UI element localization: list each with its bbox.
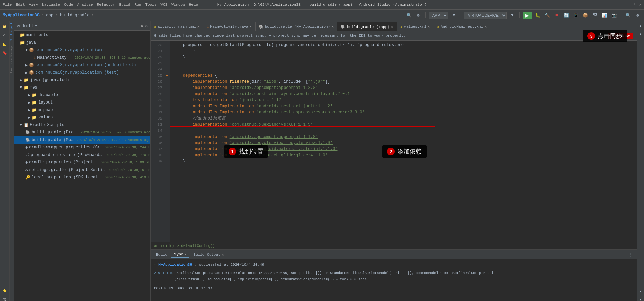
build-btn[interactable]: 🔨	[543, 12, 551, 19]
menu-analyze[interactable]: Analyze	[77, 3, 93, 7]
tree-item-settings-gradle[interactable]: ⚙ settings.gradle (Project Settings) 202…	[14, 166, 150, 174]
main-layout: 📁 🗂 📐 🔖 ⭐ 🏗 1: Project Resource Manager …	[0, 21, 644, 301]
structure-btn[interactable]: 🏗	[591, 12, 599, 19]
minimize-btn[interactable]: ─	[630, 2, 633, 7]
project-label[interactable]: 1: Project	[10, 21, 14, 42]
maximize-btn[interactable]: □	[635, 2, 637, 7]
menu-run[interactable]: Run	[134, 3, 141, 7]
tree-item-manifests[interactable]: 📁 manifests	[14, 31, 150, 39]
drawable-label: drawable	[38, 93, 150, 97]
tree-item-build-gradle-app[interactable]: 🐘 build.gradle (Module: app) 2020/10/4 2…	[14, 136, 150, 144]
tab-build-gradle-project[interactable]: 🐘 build.gradle (My Application) ✕	[256, 22, 337, 31]
menu-file[interactable]: File	[3, 3, 12, 7]
tab-androidmanifest-close[interactable]: ✕	[485, 25, 487, 29]
menu-code[interactable]: Code	[64, 3, 73, 7]
folder-icon: 📁	[24, 78, 29, 83]
tree-item-res[interactable]: ▼ 📁 res	[14, 84, 150, 91]
tab-mainactivity-close[interactable]: ✕	[250, 25, 252, 29]
tree-item-proguard[interactable]: 🛡 proguard-rules.pro (ProGuard Rules for…	[14, 151, 150, 159]
tab-values-close[interactable]: ✕	[428, 25, 430, 29]
right-btn-3[interactable]: ●	[637, 288, 644, 296]
tree-item-drawable[interactable]: ▶ 📁 drawable	[14, 91, 150, 99]
structure-icon[interactable]: 📐	[1, 40, 9, 48]
tab-build-gradle-app[interactable]: 🐘 build.gradle (:app) ✕	[337, 22, 397, 31]
app-name-link[interactable]: MyApplication38	[158, 263, 192, 267]
sdk-btn[interactable]: 📦	[582, 12, 589, 19]
tree-item-com-androidtest[interactable]: ▶ 📦 com.hnucm18jr.myapplication (android…	[14, 61, 150, 69]
tree-item-gradle-wrapper[interactable]: ⚙ gradle-wrapper.properties (Gradle Vers…	[14, 144, 150, 151]
close-panel-icon[interactable]: ✕	[145, 23, 148, 28]
settings-btn[interactable]: ⚙	[415, 12, 422, 19]
gradle-icon: 🐘	[259, 25, 264, 29]
bottom-tab-sync[interactable]: Sync ✕	[171, 251, 189, 258]
tab-activity-main[interactable]: ◈ activity_main.xml ✕	[151, 22, 203, 31]
app-config-select[interactable]: APP	[429, 12, 448, 19]
chevron-icon: ▼	[25, 48, 28, 52]
build-variants-icon[interactable]: 🏗	[1, 296, 9, 301]
device-select[interactable]: VIRTUAL DEVICE	[464, 12, 507, 19]
menu-build[interactable]: Build	[119, 3, 130, 7]
menu-vcs[interactable]: VCS	[160, 3, 167, 7]
tree-item-local-properties[interactable]: 🔑 local.properties (SDK Location) 2020/1…	[14, 174, 150, 181]
tab-build-gradle-app-close[interactable]: ✕	[391, 25, 393, 29]
tree-item-gradle-scripts[interactable]: ▼ 📋 Gradle Scripts	[14, 121, 150, 129]
menu-view[interactable]: View	[29, 3, 38, 7]
menu-refactor[interactable]: Refactor	[97, 3, 115, 7]
device-dropdown-btn[interactable]: ▼	[509, 12, 516, 19]
tab-mainactivity[interactable]: ☕ MainActivity.java ✕	[203, 22, 256, 31]
window-controls[interactable]: ─ □ ✕	[630, 2, 641, 7]
bottom-tab-build-output[interactable]: Build Output ✕	[190, 252, 226, 258]
gradle-properties-label: gradle.properties (Project Properties)	[29, 160, 99, 165]
tree-item-java-generated[interactable]: ▶ 📁 java (generated)	[14, 76, 150, 84]
search-everywhere-btn[interactable]: 🔍	[405, 12, 413, 19]
resource-manager-icon[interactable]: 🗂	[1, 31, 9, 39]
bottom-tab-build[interactable]: Build	[153, 252, 170, 258]
tree-item-com-main[interactable]: ▼ 📦 com.hnucm18jr.myapplication	[14, 46, 150, 54]
tree-item-mipmap[interactable]: ▶ 📁 mipmap	[14, 106, 150, 114]
tab-activity-main-close[interactable]: ✕	[197, 25, 199, 29]
menu-help[interactable]: Help	[189, 3, 198, 7]
tree-item-mainactivity[interactable]: ☕ MainActivity 2020/10/4 20:38, 353 B 15…	[14, 54, 150, 61]
run-btn[interactable]: ▶	[523, 12, 532, 19]
menu-edit[interactable]: Edit	[16, 3, 25, 7]
tree-item-com-test[interactable]: ▶ 📦 com.hnucm18jr.myapplication (test)	[14, 69, 150, 76]
tab-build-gradle-project-close[interactable]: ✕	[332, 25, 334, 29]
search-btn[interactable]: 🔍	[624, 12, 632, 19]
right-btn-1[interactable]: ▲	[637, 22, 644, 30]
menu-tools[interactable]: Tools	[145, 3, 156, 7]
right-btn-2[interactable]: ●	[637, 31, 644, 38]
bottom-panel-menu[interactable]: ⋮	[626, 251, 634, 258]
tree-item-java[interactable]: 📁 java	[14, 39, 150, 46]
folder-icon: 📁	[20, 33, 25, 38]
stop-btn[interactable]: ■	[553, 12, 561, 19]
code-content[interactable]: proguardFiles getDefaultProguardFile('pr…	[170, 41, 637, 242]
close-btn[interactable]: ✕	[639, 2, 641, 7]
sync-tab-close[interactable]: ✕	[184, 252, 186, 256]
right-btn-4[interactable]: ●	[637, 296, 644, 301]
build-output-tab-close[interactable]: ✕	[222, 253, 224, 257]
favorites-icon[interactable]: ⭐	[1, 287, 9, 295]
bookmarks-icon[interactable]: 🔖	[1, 49, 9, 57]
tree-item-build-gradle-project[interactable]: 🐘 build.gradle (Project: My Application)…	[14, 129, 150, 136]
menu-navigate[interactable]: Navigate	[42, 3, 60, 7]
tree-item-layout[interactable]: ▶ 📁 layout	[14, 99, 150, 106]
debug-btn[interactable]: 🐛	[534, 12, 541, 19]
project-icon[interactable]: 📁	[1, 22, 9, 31]
gear-btn[interactable]: ⚙	[634, 12, 641, 19]
panel-labels: 1: Project Resource Manager	[10, 21, 14, 301]
code-editor[interactable]: 2021222324252627282930313233343536373839…	[151, 41, 637, 242]
camera-btn[interactable]: 📷	[610, 12, 618, 19]
tab-values[interactable]: ◈ values.xml ✕	[397, 22, 434, 31]
tree-item-values[interactable]: ▶ 📁 values	[14, 114, 150, 121]
gradle-scripts-label: Gradle Scripts	[30, 123, 150, 127]
menu-bar[interactable]: File Edit View Navigate Code Analyze Ref…	[3, 3, 198, 7]
config-dropdown-btn[interactable]: ▼	[450, 12, 458, 19]
avd-btn[interactable]: 📱	[572, 12, 580, 19]
tree-item-gradle-properties[interactable]: ⚙ gradle.properties (Project Properties)…	[14, 159, 150, 166]
tab-androidmanifest[interactable]: ◈ AndroidManifest.xml ✕	[433, 22, 490, 31]
menu-window[interactable]: Window	[171, 3, 185, 7]
resource-label[interactable]: Resource Manager	[10, 42, 14, 74]
sync-btn[interactable]: 🔄	[563, 12, 570, 19]
cog-icon[interactable]: ⚙	[141, 23, 143, 28]
profiler-btn[interactable]: 📊	[601, 12, 608, 19]
